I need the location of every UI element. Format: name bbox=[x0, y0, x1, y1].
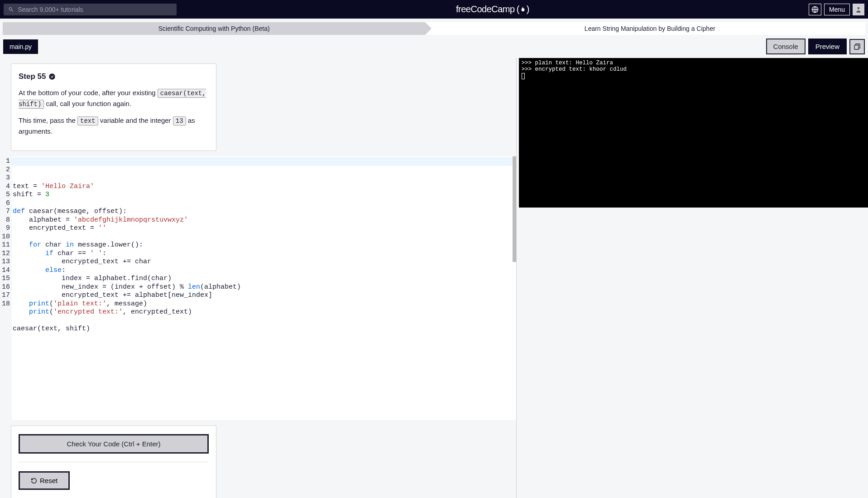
code-area[interactable]: text = 'Hello Zaira'shift = 3 def caesar… bbox=[12, 156, 516, 420]
divider bbox=[19, 462, 209, 462]
file-tab[interactable]: main.py bbox=[3, 39, 38, 54]
scroll-thumb[interactable] bbox=[513, 156, 516, 262]
code-literal: text bbox=[77, 116, 98, 126]
search-container[interactable] bbox=[4, 4, 177, 15]
svg-rect-3 bbox=[854, 45, 858, 49]
split-handle[interactable] bbox=[516, 58, 519, 498]
top-nav: freeCodeCamp () Menu bbox=[0, 0, 868, 19]
console-cursor bbox=[522, 73, 525, 79]
console-tab[interactable]: Console bbox=[766, 39, 806, 54]
instructions-panel: Step 55 At the bottom of your code, afte… bbox=[11, 63, 216, 151]
search-icon bbox=[8, 6, 14, 13]
globe-icon bbox=[811, 6, 819, 13]
check-code-button[interactable]: Check Your Code (Ctrl + Enter) bbox=[19, 434, 209, 454]
svg-point-4 bbox=[49, 73, 55, 79]
window-icon bbox=[854, 43, 861, 50]
brand-logo[interactable]: freeCodeCamp () bbox=[177, 4, 809, 15]
check-circle-icon bbox=[48, 73, 56, 80]
tabs-row: main.py Console Preview bbox=[0, 35, 868, 58]
right-pane: >>> plain text: Hello Zaira >>> encrypte… bbox=[519, 58, 868, 498]
nav-right: Menu bbox=[809, 4, 864, 15]
current-line-highlight bbox=[12, 157, 516, 166]
editor-scrollbar[interactable] bbox=[513, 156, 516, 420]
line-gutter: 123456789101112131415161718 bbox=[1, 156, 12, 420]
language-button[interactable] bbox=[809, 4, 821, 15]
breadcrumb-course[interactable]: Scientific Computing with Python (Beta) bbox=[3, 22, 425, 35]
preview-tab[interactable]: Preview bbox=[808, 39, 847, 54]
reset-button[interactable]: Reset bbox=[19, 471, 70, 490]
code-editor[interactable]: 123456789101112131415161718 text = 'Hell… bbox=[1, 156, 516, 420]
right-tabs: Console Preview bbox=[766, 39, 865, 54]
menu-button[interactable]: Menu bbox=[824, 4, 850, 15]
breadcrumb: Scientific Computing with Python (Beta) … bbox=[3, 22, 865, 35]
left-pane: Step 55 At the bottom of your code, afte… bbox=[1, 58, 516, 498]
new-window-button[interactable] bbox=[849, 39, 865, 54]
console-output[interactable]: >>> plain text: Hello Zaira >>> encrypte… bbox=[519, 58, 868, 208]
code-literal: 13 bbox=[173, 116, 186, 126]
svg-point-1 bbox=[858, 7, 860, 9]
search-input[interactable] bbox=[18, 6, 172, 13]
avatar-button[interactable] bbox=[853, 4, 864, 15]
avatar-icon bbox=[854, 5, 863, 14]
flame-icon: () bbox=[517, 4, 529, 15]
breadcrumb-challenge[interactable]: Learn String Manipulation by Building a … bbox=[425, 22, 865, 35]
main-split: Step 55 At the bottom of your code, afte… bbox=[0, 58, 868, 498]
reset-icon bbox=[31, 478, 37, 484]
action-panel: Check Your Code (Ctrl + Enter) Reset bbox=[11, 425, 216, 498]
instructions-text: At the bottom of your code, after your e… bbox=[19, 87, 209, 137]
step-title: Step 55 bbox=[19, 72, 209, 81]
